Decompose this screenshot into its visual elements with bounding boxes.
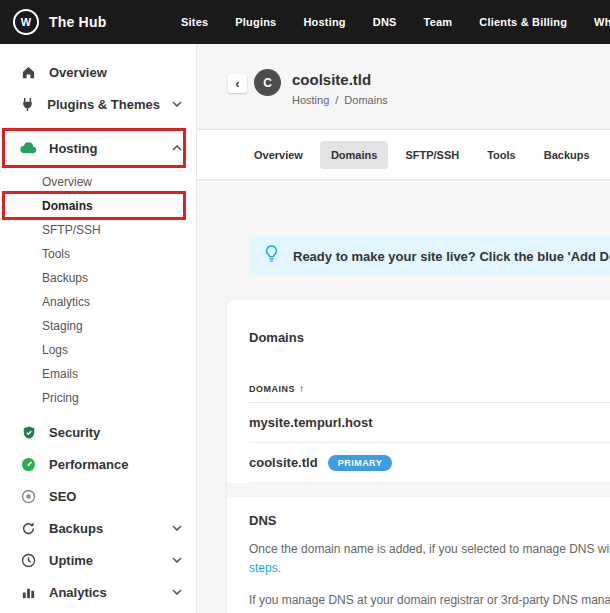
dns-paragraph-2-line-1: If you manage DNS at your domain registr…: [249, 591, 610, 609]
chevron-up-icon: [172, 145, 182, 151]
dns-paragraph-1-line-1: Once the domain name is added, if you se…: [249, 540, 610, 558]
steps-link[interactable]: steps.: [249, 561, 281, 575]
cloud-icon: [20, 142, 37, 154]
top-navigation: Sites Plugins Hosting DNS Team Clients &…: [181, 0, 610, 44]
chevron-down-icon: [172, 557, 182, 563]
sidebar-lower-group: Security Performance SEO Backups: [0, 416, 196, 608]
sort-asc-icon[interactable]: ↑: [299, 383, 304, 394]
topnav-hosting[interactable]: Hosting: [303, 16, 345, 28]
sidebar-subitem-sftp-ssh[interactable]: SFTP/SSH: [0, 218, 196, 242]
breadcrumb-domains[interactable]: Domains: [344, 94, 387, 106]
tab-bar: Overview Domains SFTP/SSH Tools Backups …: [197, 130, 610, 180]
sidebar-item-uptime[interactable]: Uptime: [0, 544, 196, 576]
page-header: ‹ C coolsite.tld Hosting / Domains: [197, 44, 610, 130]
target-icon: [20, 489, 37, 504]
breadcrumb-hosting[interactable]: Hosting: [292, 94, 329, 106]
sidebar-subitem-domains[interactable]: Domains: [0, 194, 196, 218]
sidebar-item-label: Overview: [49, 65, 107, 80]
sidebar-item-seo[interactable]: SEO: [0, 480, 196, 512]
table-row[interactable]: mysite.tempurl.host: [249, 403, 610, 443]
chevron-down-icon: [172, 525, 182, 531]
lightbulb-icon: [264, 245, 279, 268]
sidebar-item-performance[interactable]: Performance: [0, 448, 196, 480]
tab-backups[interactable]: Backups: [533, 141, 601, 169]
sidebar: Overview Plugins & Themes Hosting Overvi…: [0, 44, 197, 613]
notice-banner: Ready to make your site live? Click the …: [249, 236, 610, 276]
tab-overview[interactable]: Overview: [243, 141, 314, 169]
sidebar-item-plugins-themes[interactable]: Plugins & Themes: [0, 88, 196, 120]
shield-icon: [20, 425, 37, 440]
sidebar-item-label: Uptime: [49, 553, 93, 568]
sidebar-item-label: Plugins & Themes: [47, 97, 160, 112]
sidebar-item-label: Performance: [49, 457, 128, 472]
topbar: W The Hub Sites Plugins Hosting DNS Team…: [0, 0, 610, 44]
sidebar-item-backups[interactable]: Backups: [0, 512, 196, 544]
topnav-dns[interactable]: DNS: [373, 16, 397, 28]
dns-paragraph-2-line-2: allowed by your registrar, you can use t…: [249, 609, 610, 613]
sidebar-item-label: Security: [49, 425, 100, 440]
topnav-clients-billing[interactable]: Clients & Billing: [479, 16, 567, 28]
page-title: coolsite.tld: [292, 71, 371, 88]
sidebar-item-label: SEO: [49, 489, 76, 504]
tab-tools[interactable]: Tools: [476, 141, 527, 169]
main-content: ‹ C coolsite.tld Hosting / Domains Overv…: [197, 44, 610, 613]
dns-section-title: DNS: [249, 513, 610, 528]
notice-text: Ready to make your site live? Click the …: [293, 249, 610, 264]
tab-sftp-ssh[interactable]: SFTP/SSH: [394, 141, 470, 169]
dns-paragraph-1: Once the domain name is added, if you se…: [249, 540, 610, 577]
brand[interactable]: W The Hub: [0, 9, 106, 35]
table-header-row: DOMAINS ↑: [249, 383, 610, 403]
domains-column-header: DOMAINS: [249, 384, 295, 394]
brand-title: The Hub: [49, 14, 106, 30]
topnav-white-label[interactable]: White Label: [594, 16, 610, 28]
sidebar-item-security[interactable]: Security: [0, 416, 196, 448]
topnav-sites[interactable]: Sites: [181, 16, 208, 28]
gauge-icon: [20, 457, 37, 472]
sidebar-item-hosting[interactable]: Hosting: [0, 132, 196, 164]
sidebar-subitem-overview[interactable]: Overview: [0, 170, 196, 194]
sidebar-item-analytics[interactable]: Analytics: [0, 576, 196, 608]
primary-badge: PRIMARY: [328, 455, 393, 471]
logo-letter: W: [21, 16, 31, 28]
site-avatar: C: [254, 69, 281, 96]
sidebar-subitem-pricing[interactable]: Pricing: [0, 386, 196, 410]
breadcrumb: Hosting / Domains: [292, 94, 388, 106]
dns-section: DNS Once the domain name is added, if yo…: [249, 497, 610, 613]
plugin-icon: [20, 97, 35, 112]
topnav-plugins[interactable]: Plugins: [235, 16, 276, 28]
sidebar-subitem-staging[interactable]: Staging: [0, 314, 196, 338]
dns-paragraph-2: If you manage DNS at your domain registr…: [249, 591, 610, 613]
section-divider: [227, 483, 610, 497]
bar-chart-icon: [20, 585, 37, 600]
sidebar-subitem-tools[interactable]: Tools: [0, 242, 196, 266]
hosting-submenu: Overview Domains SFTP/SSH Tools Backups …: [0, 170, 196, 410]
chevron-down-icon: [172, 589, 182, 595]
table-row[interactable]: coolsite.tld PRIMARY: [249, 443, 610, 483]
domains-section-title: Domains: [249, 330, 610, 345]
sidebar-subitem-analytics[interactable]: Analytics: [0, 290, 196, 314]
tab-analytics[interactable]: Analytics: [607, 141, 610, 169]
domain-name: coolsite.tld: [249, 455, 318, 470]
home-icon: [20, 65, 37, 80]
tab-domains[interactable]: Domains: [320, 141, 388, 169]
refresh-icon: [20, 521, 37, 536]
sidebar-subitem-logs[interactable]: Logs: [0, 338, 196, 362]
topnav-team[interactable]: Team: [424, 16, 453, 28]
back-button[interactable]: ‹: [228, 74, 247, 93]
sidebar-subitem-emails[interactable]: Emails: [0, 362, 196, 386]
sidebar-subitem-backups[interactable]: Backups: [0, 266, 196, 290]
sidebar-item-label: Analytics: [49, 585, 107, 600]
sidebar-item-label: Hosting: [49, 141, 97, 156]
sidebar-item-label: Backups: [49, 521, 103, 536]
breadcrumb-separator: /: [335, 94, 338, 106]
clock-icon: [20, 553, 37, 568]
domains-card: Domains DOMAINS ↑ mysite.tempurl.host co…: [227, 300, 610, 613]
chevron-down-icon: [172, 101, 182, 107]
wpmudev-logo-icon: W: [13, 9, 39, 35]
sidebar-item-overview[interactable]: Overview: [0, 56, 196, 88]
domain-name: mysite.tempurl.host: [249, 415, 373, 430]
